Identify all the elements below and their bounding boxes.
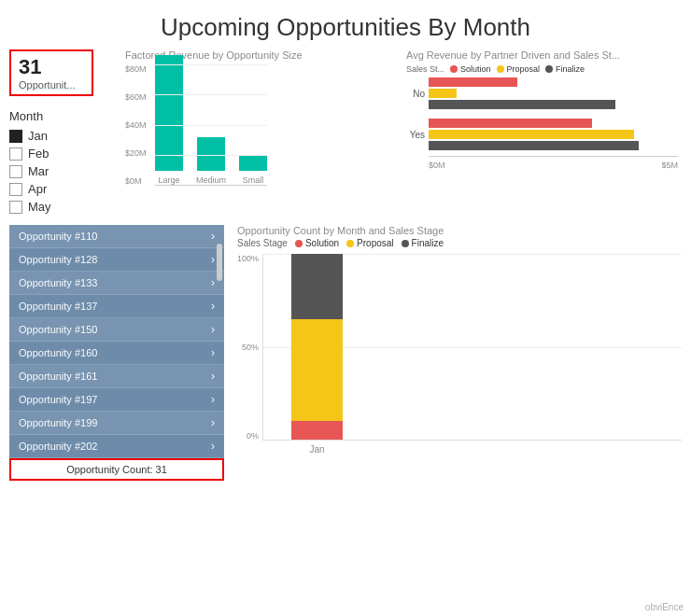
legend-solution: Solution — [450, 64, 491, 74]
bottom-section: Opportunity #110 › Opportunity #128 › Op… — [0, 225, 691, 481]
chevron-right-icon: › — [211, 370, 215, 383]
apr-label: Apr — [28, 182, 47, 196]
opp-item-197[interactable]: Opportunity #197 › — [9, 388, 224, 412]
factored-revenue-chart: Factored Revenue by Opportunity Size $80… — [125, 49, 397, 214]
no-proposal-bar — [429, 89, 457, 98]
chevron-right-icon: › — [211, 393, 215, 406]
opp-item-110[interactable]: Opportunity #110 › — [9, 225, 224, 248]
feb-label: Feb — [28, 147, 49, 161]
no-finalize-bar — [429, 100, 615, 109]
month-may[interactable]: May — [9, 200, 121, 214]
scrollbar[interactable] — [217, 244, 222, 281]
avg-revenue-title: Avg Revenue by Partner Driven and Sales … — [406, 49, 678, 61]
chevron-right-icon: › — [211, 346, 215, 359]
bar-medium: Medium — [196, 137, 226, 185]
mar-checkbox[interactable] — [9, 165, 22, 178]
bar-large-rect — [155, 55, 183, 171]
jan-solution-segment — [291, 421, 343, 440]
opportunity-count-bar: Opportunity Count: 31 — [9, 458, 224, 481]
finalize-dot — [545, 65, 553, 73]
stacked-bars-area: Jan — [262, 254, 682, 441]
charts-area: Factored Revenue by Opportunity Size $80… — [121, 49, 682, 217]
yes-proposal-bar — [429, 130, 634, 139]
jan-checkbox[interactable] — [9, 130, 22, 143]
hbar-no-bars — [429, 77, 615, 109]
legend-proposal: Proposal — [497, 64, 541, 74]
hbar-yes-bars — [429, 119, 639, 150]
bar-small-rect — [239, 156, 267, 171]
opp-item-160[interactable]: Opportunity #160 › — [9, 342, 224, 365]
no-solution-bar — [429, 77, 517, 87]
mar-label: Mar — [28, 164, 49, 178]
branding: obviEnce — [645, 602, 684, 612]
apr-checkbox[interactable] — [9, 183, 22, 196]
chevron-right-icon: › — [211, 323, 215, 336]
jan-label: Jan — [28, 129, 48, 143]
y-axis-labels: $80M $60M $40M $20M $0M — [125, 64, 147, 186]
may-label: May — [28, 200, 51, 214]
stacked-y-axis: 100% 50% 0% — [237, 254, 262, 441]
month-apr[interactable]: Apr — [9, 182, 121, 196]
opp-item-150[interactable]: Opportunity #150 › — [9, 318, 224, 342]
left-panel: 31 Opportunit... Month Jan Feb Mar Apr — [9, 49, 121, 217]
hbar-x-axis: $0M $5M — [429, 161, 678, 170]
hbar-chart: Sales St... Solution Proposal Final — [406, 64, 678, 170]
opp-item-133[interactable]: Opportunity #133 › — [9, 272, 224, 295]
stacked-bar-jan — [291, 254, 343, 440]
top-charts: Factored Revenue by Opportunity Size $80… — [121, 49, 682, 214]
yes-finalize-bar — [429, 141, 639, 150]
month-feb[interactable]: Feb — [9, 147, 121, 161]
opp-item-202[interactable]: Opportunity #202 › — [9, 435, 224, 458]
hbar-yes-group: Yes — [406, 119, 678, 150]
hbar-no-group: No — [406, 77, 678, 109]
legend-finalize: Finalize — [545, 64, 585, 74]
feb-checkbox[interactable] — [9, 147, 22, 161]
month-mar[interactable]: Mar — [9, 164, 121, 178]
kpi-box: 31 Opportunit... — [9, 49, 93, 96]
jan-x-label: Jan — [291, 444, 343, 455]
month-filter-label: Month — [9, 109, 121, 123]
proposal-dot — [497, 65, 504, 73]
yes-solution-bar — [429, 119, 592, 128]
hbar-yes-label-row: Yes — [406, 119, 678, 150]
page-title: Upcoming Opportunities By Month — [0, 0, 691, 49]
stacked-proposal-dot — [346, 240, 354, 247]
stacked-legend-finalize: Finalize — [402, 238, 444, 248]
hbar-no-label-row: No — [406, 77, 678, 109]
stacked-legend-proposal: Proposal — [346, 238, 393, 248]
opp-item-128[interactable]: Opportunity #128 › — [9, 248, 224, 272]
bar-small: Small — [239, 156, 267, 185]
stacked-chart-box: Opportunity Count by Month and Sales Sta… — [224, 225, 682, 481]
bar-large: Large — [155, 55, 183, 185]
stacked-chart-legend: Sales Stage Solution Proposal Finalize — [237, 238, 682, 248]
bar-chart-area: Large Medium Small — [155, 64, 267, 186]
month-filter: Month Jan Feb Mar Apr May — [9, 109, 121, 214]
opportunity-list: Opportunity #110 › Opportunity #128 › Op… — [9, 225, 224, 481]
chevron-right-icon: › — [211, 416, 215, 429]
legend-sales-st: Sales St... — [406, 64, 444, 74]
chevron-right-icon: › — [211, 440, 215, 453]
stacked-legend-solution: Solution — [295, 238, 339, 248]
chevron-right-icon: › — [211, 230, 215, 243]
jan-finalize-segment — [291, 254, 343, 319]
avg-revenue-chart: Avg Revenue by Partner Driven and Sales … — [406, 49, 678, 214]
may-checkbox[interactable] — [9, 201, 22, 214]
stacked-chart-title: Opportunity Count by Month and Sales Sta… — [237, 225, 682, 236]
chevron-right-icon: › — [211, 276, 215, 289]
chevron-right-icon: › — [211, 253, 215, 266]
solution-dot — [450, 65, 458, 73]
month-jan[interactable]: Jan — [9, 129, 121, 143]
bar-chart-container: $80M $60M $40M $20M $0M — [125, 64, 397, 214]
kpi-label: Opportunit... — [19, 79, 84, 91]
stacked-finalize-dot — [402, 240, 409, 247]
opp-item-199[interactable]: Opportunity #199 › — [9, 412, 224, 435]
jan-proposal-segment — [291, 319, 343, 421]
opp-item-161[interactable]: Opportunity #161 › — [9, 365, 224, 388]
kpi-number: 31 — [19, 55, 84, 79]
chevron-right-icon: › — [211, 300, 215, 313]
hbar-legend: Sales St... Solution Proposal Final — [406, 64, 678, 74]
stacked-solution-dot — [295, 240, 303, 247]
opportunity-count-label: Opportunity Count: 31 — [66, 464, 167, 475]
opp-item-137[interactable]: Opportunity #137 › — [9, 295, 224, 318]
